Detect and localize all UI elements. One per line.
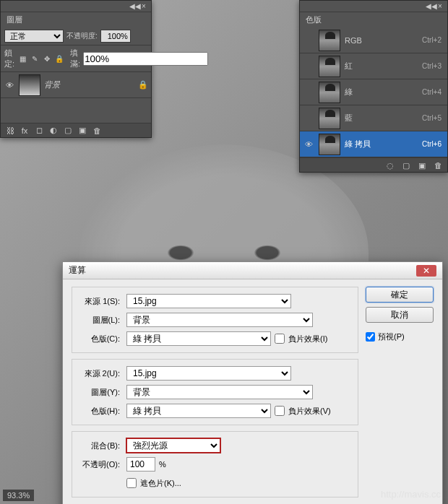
new-layer-icon[interactable]: ▣ [77,126,87,136]
load-selection-icon[interactable]: ◌ [385,160,395,170]
channel-name: 綠 [345,87,422,97]
blend-label: 混合(B): [78,440,123,451]
save-selection-icon[interactable]: ▢ [401,160,411,170]
channels-panel: ◀◀ × 色版 RGBCtrl+2紅Ctrl+3綠Ctrl+4藍Ctrl+5👁綠… [299,0,448,173]
lock-all-icon[interactable]: 🔒 [54,53,64,64]
channels-footer: ◌ ▢ ▣ 🗑 [300,157,447,172]
collapse-icon[interactable]: ◀◀ [131,2,139,11]
channel-shortcut: Ctrl+2 [422,36,444,44]
source1-layer-label: 圖層(L): [78,315,123,326]
channel-item[interactable]: 👁綠 拷貝Ctrl+6 [300,131,447,157]
panel-titlebar[interactable]: ◀◀ × [1,1,151,12]
close-icon[interactable]: × [139,2,148,11]
source1-invert-checkbox[interactable] [275,334,285,344]
folder-icon[interactable]: ▢ [63,126,73,136]
visibility-icon[interactable]: 👁 [4,81,15,90]
source1-select[interactable]: 15.jpg [126,294,291,308]
opacity-suffix: % [159,460,166,469]
layer-item[interactable]: 👁 背景 🔒 [1,72,151,98]
channel-name: 綠 拷貝 [345,139,422,149]
source2-layer-select[interactable]: 背景 [126,385,313,399]
source2-layer-label: 圖層(Y): [78,387,123,398]
link-icon[interactable]: ⛓ [5,126,15,136]
lock-pixels-icon[interactable]: ✎ [30,53,40,64]
fx-icon[interactable]: fx [20,126,30,136]
new-channel-icon[interactable]: ▣ [417,160,427,170]
source1-channel-label: 色版(C): [78,334,123,344]
channel-shortcut: Ctrl+6 [422,140,444,148]
opacity-input[interactable] [100,30,131,43]
preview-label: 預視(P) [378,331,405,342]
source1-channel-select[interactable]: 綠 拷貝 [126,331,271,346]
lock-transparency-icon[interactable]: ▦ [17,53,27,64]
fill-label: 填滿: [70,48,80,69]
cancel-button[interactable]: 取消 [366,307,434,323]
blend-group: 混合(B): 強烈光源 不透明(O): % 遮色片(K)... [72,431,358,498]
channel-item[interactable]: 綠Ctrl+4 [300,79,447,105]
blend-mode-select[interactable]: 正常 [4,30,64,43]
layers-panel: ◀◀ × 圖層 正常 不透明度: 鎖定: ▦ ✎ ✥ 🔒 填滿: 👁 背景 [0,0,152,138]
channel-thumbnail[interactable] [319,108,340,129]
trash-icon[interactable]: 🗑 [92,126,102,136]
lock-label: 鎖定: [4,48,14,69]
collapse-icon[interactable]: ◀◀ [427,2,436,11]
ok-button[interactable]: 確定 [366,287,434,303]
dialog-opacity-input[interactable] [126,457,155,472]
dialog-titlebar[interactable]: 運算 ✕ [63,262,442,279]
channels-tab[interactable]: 色版 [300,12,327,27]
channel-list: RGBCtrl+2紅Ctrl+3綠Ctrl+4藍Ctrl+5👁綠 拷貝Ctrl+… [300,27,447,157]
source2-invert-checkbox[interactable] [275,406,285,416]
close-button[interactable]: ✕ [416,265,436,277]
source1-label: 來源 1(S): [78,296,123,307]
layers-footer: ⛓ fx ◻ ◐ ▢ ▣ 🗑 [1,123,151,137]
channel-shortcut: Ctrl+4 [422,88,444,96]
url-watermark: http://mavis.cc [381,489,441,500]
layer-list: 👁 背景 🔒 [1,72,151,123]
close-icon[interactable]: × [436,2,444,11]
preview-checkbox[interactable] [366,332,375,342]
opacity-label: 不透明度: [66,31,98,41]
layers-tab[interactable]: 圖層 [1,12,28,27]
mask-checkbox[interactable] [126,478,137,488]
calculations-dialog: 運算 ✕ 來源 1(S): 15.jpg 圖層(L): 背景 色版(C): 綠 … [62,261,443,504]
visibility-icon[interactable]: 👁 [303,140,314,149]
layer-thumbnail[interactable] [19,74,40,96]
dialog-title: 運算 [69,264,86,277]
fill-input[interactable] [83,52,208,66]
channel-thumbnail[interactable] [319,56,340,77]
channel-name: 藍 [345,113,422,123]
channel-item[interactable]: RGBCtrl+2 [300,27,447,53]
zoom-level[interactable]: 93.3% [3,490,34,501]
mask-label: 遮色片(K)... [140,478,181,489]
source2-invert-label: 負片效果(V) [288,406,331,417]
channel-thumbnail[interactable] [319,30,340,51]
source1-layer-select[interactable]: 背景 [126,313,313,327]
layer-name: 背景 [44,79,138,90]
channel-name: RGB [345,36,422,45]
channel-thumbnail[interactable] [319,134,340,155]
channel-shortcut: Ctrl+5 [422,114,444,122]
channel-shortcut: Ctrl+3 [422,62,444,70]
source2-channel-select[interactable]: 綠 拷貝 [126,404,271,418]
channel-name: 紅 [345,61,422,71]
source2-channel-label: 色版(H): [78,406,123,417]
dialog-opacity-label: 不透明(O): [78,459,123,470]
source2-select[interactable]: 15.jpg [126,366,291,381]
mask-icon[interactable]: ◻ [34,126,44,136]
source1-group: 來源 1(S): 15.jpg 圖層(L): 背景 色版(C): 綠 拷貝 負片… [72,287,358,353]
channel-item[interactable]: 紅Ctrl+3 [300,53,447,79]
source1-invert-label: 負片效果(I) [288,334,327,344]
channel-item[interactable]: 藍Ctrl+5 [300,105,447,131]
panel-titlebar[interactable]: ◀◀ × [300,1,447,12]
lock-icon: 🔒 [138,80,148,90]
blend-mode-select[interactable]: 強烈光源 [126,438,220,453]
channel-thumbnail[interactable] [319,82,340,103]
source2-group: 來源 2(U): 15.jpg 圖層(Y): 背景 色版(H): 綠 拷貝 負片… [72,359,358,425]
trash-icon[interactable]: 🗑 [433,160,443,170]
lock-position-icon[interactable]: ✥ [42,53,52,64]
source2-label: 來源 2(U): [78,368,123,379]
adjustment-icon[interactable]: ◐ [48,126,59,136]
